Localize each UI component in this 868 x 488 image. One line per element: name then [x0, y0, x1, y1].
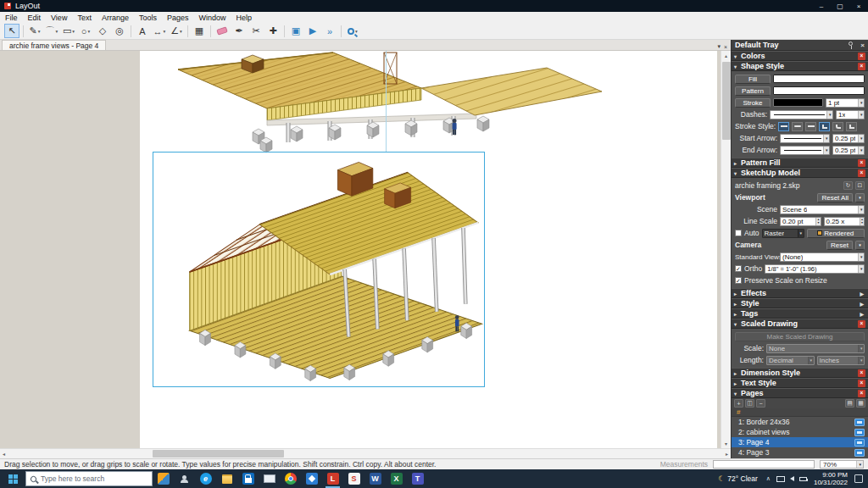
line-scale-input[interactable]: 0.25 x ▴▾: [824, 217, 865, 226]
taskbar-photos-blue[interactable]: [301, 469, 322, 488]
polygon-tool[interactable]: ◇: [95, 24, 110, 38]
end-arrow-size-select[interactable]: 0.25 pt ▾: [832, 146, 865, 155]
dropdown-arrow-icon[interactable]: ▾: [858, 345, 864, 352]
dash-scale-select[interactable]: 1x ▾: [836, 110, 865, 119]
model-viewport-top[interactable]: [178, 53, 602, 152]
taskbar-teams[interactable]: T: [407, 469, 428, 488]
close-icon[interactable]: ×: [858, 169, 865, 177]
stroke-width-select[interactable]: 1 pt ▾: [826, 98, 865, 108]
scale-select[interactable]: None ▾: [766, 344, 865, 353]
chevron-right-icon[interactable]: ▶: [860, 311, 865, 317]
taskbar-layout[interactable]: L: [322, 469, 343, 488]
start-arrow-select[interactable]: ▾: [780, 134, 830, 143]
join-tool[interactable]: ✚: [265, 24, 281, 38]
page-row[interactable]: 4: Page 3: [732, 447, 868, 458]
start-arrow-size-select[interactable]: 0.25 pt ▾: [832, 134, 865, 143]
length-units-select[interactable]: Inches ▾: [817, 356, 865, 365]
drawing-canvas[interactable]: ▴ ▾: [0, 51, 731, 448]
close-icon[interactable]: ×: [858, 369, 865, 377]
section-header-text-style[interactable]: ▸ Text Style ×: [732, 378, 868, 388]
tab-list-icon[interactable]: ▾: [717, 43, 721, 50]
chevron-right-icon[interactable]: ▶: [860, 291, 865, 297]
spinner-icon[interactable]: ▴▾: [815, 218, 820, 225]
reset-all-button[interactable]: Reset All: [817, 193, 853, 202]
standard-views-select[interactable]: (None) ▾: [780, 252, 865, 262]
relink-model-icon[interactable]: ⊡: [855, 181, 865, 190]
grid-view-button[interactable]: ▦: [856, 399, 865, 408]
table-tool[interactable]: ▦: [192, 24, 207, 38]
split-tool[interactable]: ✂: [248, 24, 264, 38]
dropdown-arrow-icon[interactable]: ▾: [823, 135, 829, 142]
list-view-button[interactable]: ▤: [845, 399, 854, 408]
length-format-select[interactable]: Decimal ▾: [766, 356, 815, 365]
section-header-dimension-style[interactable]: ▸ Dimension Style ×: [732, 368, 868, 378]
eraser-tool[interactable]: [214, 24, 230, 38]
page-row[interactable]: 1: Border 24x36: [732, 417, 868, 427]
taskbar-word[interactable]: W: [364, 469, 386, 488]
section-header-colors[interactable]: ▾ Colors ×: [732, 51, 868, 61]
dropdown-arrow-icon[interactable]: ▾: [858, 206, 864, 214]
tray-header[interactable]: Default Tray ×: [732, 40, 868, 51]
presentation-toggle-icon[interactable]: [854, 419, 865, 426]
menu-file[interactable]: File: [0, 14, 23, 22]
dropdown-arrow-icon[interactable]: ▾: [180, 29, 182, 34]
line-tool[interactable]: ✎▾: [27, 24, 42, 38]
selection-bounds[interactable]: [153, 152, 485, 387]
dropdown-arrow-icon[interactable]: ▾: [858, 265, 864, 273]
menu-view[interactable]: View: [46, 14, 72, 22]
close-icon[interactable]: ×: [858, 390, 865, 397]
pattern-swatch[interactable]: [773, 86, 865, 95]
taskbar-store[interactable]: [237, 469, 259, 488]
dropdown-arrow-icon[interactable]: ▾: [856, 461, 863, 468]
taskbar-people[interactable]: [174, 469, 195, 488]
add-page-button[interactable]: +: [734, 399, 743, 408]
close-button[interactable]: ×: [849, 0, 868, 12]
dropdown-arrow-icon[interactable]: ▾: [87, 29, 90, 34]
close-icon[interactable]: ×: [858, 320, 865, 328]
zoom-tool[interactable]: ▾: [345, 24, 360, 38]
present-screen-tool[interactable]: »: [322, 24, 337, 38]
menu-edit[interactable]: Edit: [23, 14, 47, 22]
taskbar-file-explorer[interactable]: [216, 469, 237, 488]
cap-square-button[interactable]: [805, 122, 816, 131]
horizontal-scrollbar[interactable]: ◂ ▸: [0, 448, 731, 458]
dropdown-arrow-icon[interactable]: ▾: [858, 357, 864, 364]
dropdown-arrow-icon[interactable]: ▾: [355, 29, 358, 34]
dropdown-arrow-icon[interactable]: ▾: [858, 253, 864, 261]
close-icon[interactable]: ×: [858, 53, 865, 60]
taskbar-sketchup[interactable]: S: [343, 469, 364, 488]
ortho-checkbox[interactable]: ✓: [735, 265, 742, 272]
fill-swatch[interactable]: [773, 75, 865, 83]
menu-text[interactable]: Text: [72, 14, 97, 22]
join-bevel-button[interactable]: [846, 122, 857, 131]
taskbar-clock[interactable]: 9:00 PM 10/31/2022: [810, 471, 852, 486]
offset-tool[interactable]: ◎: [112, 24, 127, 38]
page-row-selected[interactable]: 3: Page 4: [732, 437, 868, 447]
start-button[interactable]: [0, 469, 25, 488]
ortho-scale-select[interactable]: 1/8" = 1'-0" (1.96) ▾: [765, 264, 865, 274]
taskbar-excel[interactable]: X: [386, 469, 407, 488]
weather-widget[interactable]: ☾ 72° Clear: [713, 474, 763, 483]
circle-tool[interactable]: ○▾: [78, 24, 93, 38]
dropdown-arrow-icon[interactable]: ▾: [858, 99, 864, 107]
dropdown-arrow-icon[interactable]: ▾: [823, 147, 829, 154]
arc-tool[interactable]: ⌒▾: [44, 24, 59, 38]
notification-center-icon[interactable]: [854, 474, 863, 483]
present-window-tool[interactable]: ▶: [305, 24, 320, 38]
taskbar-chrome[interactable]: [280, 469, 301, 488]
taskbar-mail[interactable]: [259, 469, 280, 488]
chevron-right-icon[interactable]: ▶: [860, 301, 865, 307]
line-weight-input[interactable]: 0.20 pt ▴▾: [780, 217, 821, 226]
presentation-toggle-icon[interactable]: [854, 449, 865, 457]
spinner-icon[interactable]: ▴▾: [860, 218, 864, 225]
scroll-down-icon[interactable]: ▾: [725, 439, 727, 448]
tab-close-icon[interactable]: ×: [724, 44, 727, 50]
join-miter-button[interactable]: [819, 122, 830, 131]
scroll-right-icon[interactable]: ▸: [726, 451, 728, 457]
section-header-pages[interactable]: ▾ Pages ×: [732, 388, 868, 398]
tray-expand-icon[interactable]: ∧: [763, 475, 774, 482]
subsection-header-effects[interactable]: ▸ Effects ▶: [732, 288, 868, 298]
dashes-select[interactable]: ▾: [770, 110, 833, 119]
duplicate-page-button[interactable]: ◫: [745, 399, 754, 408]
display-tray-icon[interactable]: [776, 476, 785, 482]
